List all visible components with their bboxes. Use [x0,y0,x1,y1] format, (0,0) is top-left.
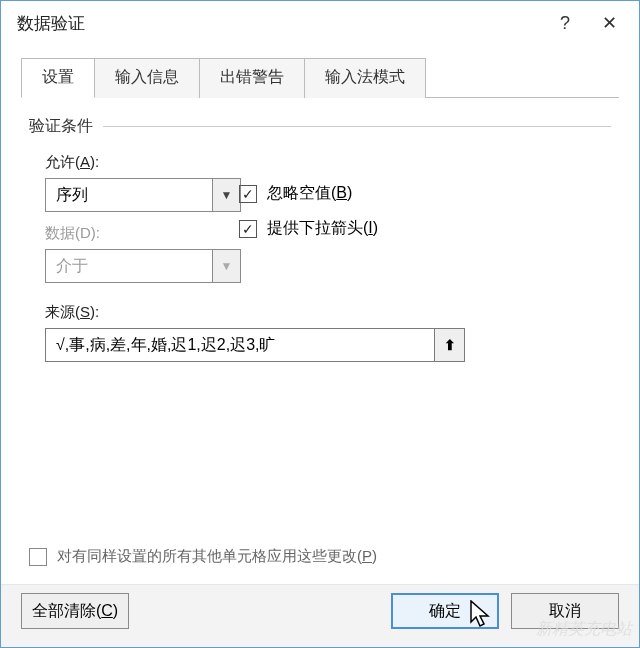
tabs: 设置 输入信息 出错警告 输入法模式 [21,57,619,98]
allow-label: 允许(A): [45,153,239,172]
data-select: 介于 ▼ [45,249,241,283]
clear-all-button[interactable]: 全部清除(C) [21,593,129,629]
checkbox-icon [239,185,257,203]
tab-ime-mode[interactable]: 输入法模式 [304,58,426,98]
checkbox-icon [239,220,257,238]
dialog-body: 验证条件 允许(A): 序列 ▼ 数据(D): 介于 [1,98,639,547]
range-select-button[interactable]: ⬆ [435,328,465,362]
chevron-down-icon: ▼ [221,188,233,202]
criteria-row: 允许(A): 序列 ▼ 数据(D): 介于 ▼ [29,153,611,295]
apply-same-checkbox[interactable]: 对有同样设置的所有其他单元格应用这些更改(P) [1,547,639,566]
ignore-blank-checkbox[interactable]: 忽略空值(B) [239,183,611,204]
source-label: 来源(S): [45,303,611,322]
in-cell-dropdown-label: 提供下拉箭头(I) [267,218,378,239]
data-label: 数据(D): [45,224,239,243]
allow-select[interactable]: 序列 ▼ [45,178,241,212]
range-select-icon: ⬆ [444,337,456,353]
titlebar: 数据验证 ? ✕ [1,1,639,45]
source-input-row: ⬆ [45,328,465,362]
criteria-legend: 验证条件 [29,116,611,137]
chevron-down-icon: ▼ [221,259,233,273]
watermark: 新精英充电站 [536,619,632,640]
ignore-blank-label: 忽略空值(B) [267,183,352,204]
data-dropdown-button: ▼ [212,250,240,282]
source-area: 来源(S): ⬆ [29,303,611,362]
ok-button[interactable]: 确定 [391,593,499,629]
tabs-container: 设置 输入信息 出错警告 输入法模式 [1,45,639,98]
checkbox-icon [29,548,47,566]
allow-value: 序列 [46,179,212,211]
data-validation-dialog: 数据验证 ? ✕ 设置 输入信息 出错警告 输入法模式 验证条件 允许(A): … [0,0,640,648]
help-button[interactable]: ? [543,5,587,41]
source-input[interactable] [45,328,435,362]
close-button[interactable]: ✕ [587,5,631,41]
allow-dropdown-button[interactable]: ▼ [212,179,240,211]
dialog-title: 数据验证 [17,12,543,35]
divider [103,126,611,127]
criteria-right: 忽略空值(B) 提供下拉箭头(I) [239,153,611,253]
data-value: 介于 [46,250,212,282]
tab-error-alert[interactable]: 出错警告 [199,58,305,98]
apply-same-label: 对有同样设置的所有其他单元格应用这些更改(P) [57,547,377,566]
tab-input-message[interactable]: 输入信息 [94,58,200,98]
tab-settings[interactable]: 设置 [21,58,95,98]
in-cell-dropdown-checkbox[interactable]: 提供下拉箭头(I) [239,218,611,239]
criteria-left: 允许(A): 序列 ▼ 数据(D): 介于 ▼ [29,153,239,295]
close-icon: ✕ [602,12,617,34]
